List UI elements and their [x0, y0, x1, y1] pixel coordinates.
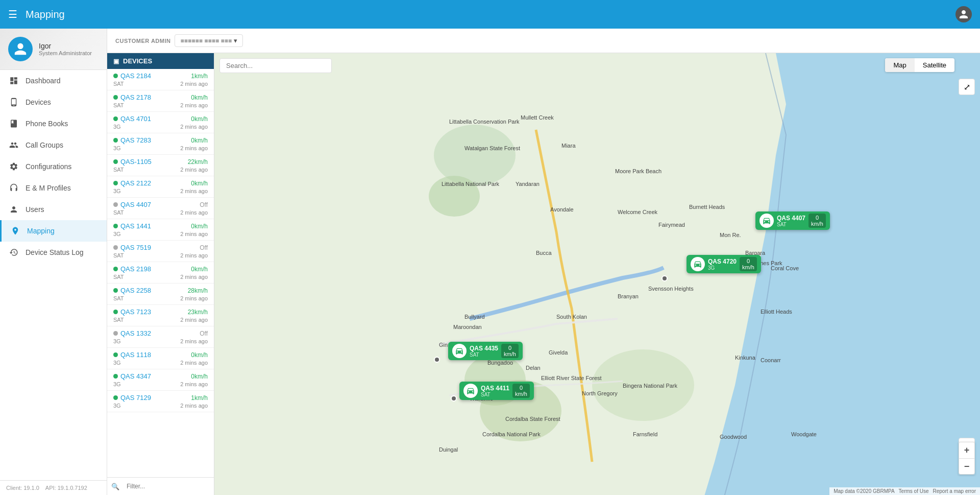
sidebar-item-configurations[interactable]: Configurations: [0, 156, 107, 177]
device-list-item[interactable]: QAS 7519 Off SAT 2 mins ago: [107, 241, 214, 262]
marker-car-icon: [760, 214, 774, 228]
device-status-dot: [113, 159, 118, 164]
device-name-label: QAS 7123: [120, 308, 151, 316]
sidebar-item-label: Phone Books: [26, 120, 68, 128]
marker-speed-unit: km/h: [504, 351, 516, 357]
device-type: 3G: [113, 145, 121, 151]
marker-type: SAT: [777, 222, 805, 227]
device-list-item[interactable]: QAS 1332 Off 3G 2 mins ago: [107, 326, 214, 348]
marker-name: QAS 4407: [777, 215, 805, 222]
terms-link[interactable]: Terms of Use: [899, 488, 929, 494]
device-status-dot: [113, 245, 118, 250]
devices-panel-title: DEVICES: [123, 57, 152, 65]
svg-point-2: [429, 176, 480, 217]
sidebar-footer: Client: 19.1.0 API: 19.1.0.7192: [0, 480, 107, 495]
sidebar-item-phone-books[interactable]: Phone Books: [0, 113, 107, 134]
marker-type: 3G: [708, 265, 737, 271]
sidebar-item-label: Mapping: [27, 227, 55, 235]
sidebar-item-dashboard[interactable]: Dashboard: [0, 70, 107, 91]
customer-name: ■■■■■■ ■■■■ ■■■: [180, 37, 232, 44]
device-type: SAT: [113, 81, 124, 87]
group-icon: [8, 140, 19, 150]
marker-speed-value: 0: [520, 385, 523, 391]
device-name-label: QAS 2122: [120, 179, 151, 187]
map-marker-qas4411[interactable]: QAS 4411 SAT 0 km/h: [459, 382, 534, 400]
marker-name: QAS 4720: [708, 258, 737, 265]
sidebar-item-label: Configurations: [26, 162, 71, 171]
device-list-item[interactable]: QAS 4347 0km/h 3G 2 mins ago: [107, 369, 214, 391]
device-list-item[interactable]: QAS 2122 0km/h 3G 2 mins ago: [107, 176, 214, 198]
device-list-item[interactable]: QAS 1441 0km/h 3G 2 mins ago: [107, 219, 214, 241]
map-area: Littabella Conservation ParkMullett Cree…: [214, 53, 980, 495]
device-list-item[interactable]: QAS 2184 1km/h SAT 2 mins ago: [107, 69, 214, 90]
marker-speed-box: 0 km/h: [808, 214, 826, 228]
map-marker-qas4435[interactable]: QAS 4435 SAT 0 km/h: [448, 342, 523, 360]
map-expand-btn[interactable]: ⤢: [959, 79, 975, 95]
device-type: 3G: [113, 403, 121, 409]
device-name-label: QAS 7129: [120, 394, 151, 402]
device-list-item[interactable]: QAS 1118 0km/h 3G 2 mins ago: [107, 348, 214, 369]
hamburger-menu[interactable]: ☰: [8, 8, 17, 20]
device-name-label: QAS 7519: [120, 244, 151, 251]
customer-admin-label: CUSTOMER ADMIN: [115, 38, 170, 44]
map-marker-qas4407[interactable]: QAS 4407 SAT 0 km/h: [755, 211, 830, 230]
device-list-item[interactable]: QAS 7283 0km/h 3G 2 mins ago: [107, 133, 214, 155]
sidebar-item-devices[interactable]: Devices: [0, 91, 107, 113]
sidebar-item-label: Call Groups: [26, 141, 63, 149]
map-type-satellite-btn[interactable]: Satellite: [915, 58, 954, 72]
device-list-item[interactable]: QAS 2178 0km/h SAT 2 mins ago: [107, 90, 214, 112]
content-area: CUSTOMER ADMIN ■■■■■■ ■■■■ ■■■ ▾ ▣ DEVIC…: [107, 29, 980, 495]
map-data-label: Map data ©2020 GBRMPA: [834, 488, 894, 494]
map-search-container: [219, 58, 332, 73]
marker-speed-box: 0 km/h: [512, 384, 530, 398]
sidebar-item-label: Users: [26, 205, 44, 214]
sidebar-item-em-profiles[interactable]: E & M Profiles: [0, 177, 107, 199]
report-link[interactable]: Report a map error: [933, 488, 976, 494]
device-list-item[interactable]: QAS 7123 23km/h SAT 2 mins ago: [107, 305, 214, 326]
customer-dropdown[interactable]: ■■■■■■ ■■■■ ■■■ ▾: [175, 34, 243, 47]
device-time: 2 mins ago: [180, 338, 208, 344]
device-status-dot: [113, 395, 118, 400]
zoom-in-btn[interactable]: +: [959, 442, 975, 458]
device-speed: 0km/h: [191, 94, 208, 101]
device-name-label: QAS 2178: [120, 93, 151, 101]
map-marker-qas4720[interactable]: QAS 4720 3G 0 km/h: [687, 255, 761, 273]
sidebar-item-mapping[interactable]: Mapping: [0, 220, 107, 242]
device-time: 2 mins ago: [180, 252, 208, 258]
user-avatar[interactable]: [955, 6, 972, 22]
device-time: 2 mins ago: [180, 188, 208, 194]
history-icon: [8, 248, 19, 257]
map-search-input[interactable]: [219, 58, 332, 73]
chevron-down-icon: ▾: [234, 37, 237, 44]
api-version: API: 19.1.0.7192: [45, 485, 87, 491]
device-list-item[interactable]: QAS 4407 Off SAT 2 mins ago: [107, 198, 214, 219]
top-bar: ☰ Mapping: [0, 0, 980, 29]
device-list-item[interactable]: QAS 7129 1km/h 3G 2 mins ago: [107, 391, 214, 412]
device-time: 2 mins ago: [180, 231, 208, 237]
device-list-item[interactable]: QAS 4701 0km/h 3G 2 mins ago: [107, 112, 214, 133]
marker-car-icon: [691, 257, 705, 271]
avatar: [8, 37, 33, 61]
device-list-item[interactable]: QAS 2198 0km/h SAT 2 mins ago: [107, 262, 214, 284]
main-layout: Igor System Administrator Dashboard Devi…: [0, 29, 980, 495]
device-list-item[interactable]: QAS 2258 28km/h SAT 2 mins ago: [107, 284, 214, 305]
marker-speed-value: 0: [816, 215, 819, 221]
device-list-item[interactable]: QAS-1105 22km/h SAT 2 mins ago: [107, 155, 214, 176]
map-type-map-btn[interactable]: Map: [885, 58, 914, 72]
devices-panel-list: QAS 2184 1km/h SAT 2 mins ago QAS 2178 0…: [107, 69, 214, 477]
sidebar-item-call-groups[interactable]: Call Groups: [0, 134, 107, 156]
sidebar-item-device-status-log[interactable]: Device Status Log: [0, 242, 107, 263]
device-type: SAT: [113, 274, 124, 280]
device-name-label: QAS-1105: [120, 158, 152, 166]
device-speed: Off: [200, 244, 208, 251]
marker-speed-box: 0 km/h: [740, 257, 757, 271]
person-icon: [8, 205, 19, 214]
zoom-out-btn[interactable]: −: [959, 458, 975, 475]
device-name-label: QAS 2258: [120, 287, 151, 294]
sidebar-item-users[interactable]: Users: [0, 199, 107, 220]
filter-input[interactable]: [122, 481, 210, 492]
marker-speed-unit: km/h: [811, 221, 823, 227]
device-status-dot: [113, 202, 118, 207]
device-time: 2 mins ago: [180, 403, 208, 409]
sidebar-item-label: E & M Profiles: [26, 184, 71, 192]
